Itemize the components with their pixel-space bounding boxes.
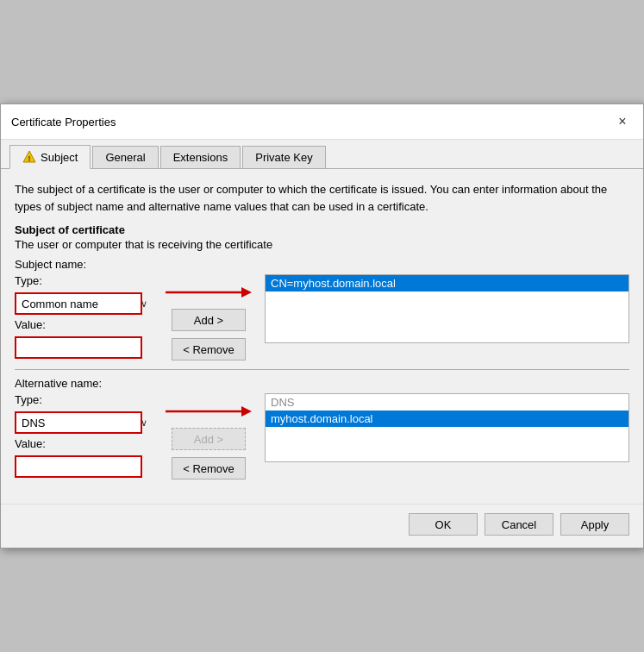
tab-private-key[interactable]: Private Key — [242, 146, 325, 168]
close-button[interactable]: × — [612, 111, 633, 132]
bottom-buttons: OK Cancel Apply — [1, 504, 643, 548]
alt-arrow-row — [161, 402, 256, 421]
alt-right-panel: DNS myhost.domain.local — [265, 393, 629, 462]
certificate-properties-dialog: Certificate Properties × ! Subject Gener… — [0, 103, 644, 549]
description-text: The subject of a certificate is the user… — [15, 181, 629, 215]
alt-name-row: Type: DNS Email UPN URL IP address Value… — [15, 393, 629, 480]
ok-button[interactable]: OK — [409, 513, 478, 536]
alt-list-box[interactable]: DNS myhost.domain.local — [265, 393, 629, 462]
tab-private-key-label: Private Key — [255, 151, 312, 164]
subject-remove-button[interactable]: < Remove — [172, 338, 246, 360]
alt-type-select-wrapper: DNS Email UPN URL IP address — [15, 411, 153, 434]
subject-value-input[interactable] — [15, 336, 142, 359]
subject-type-select[interactable]: Common name Organization Organizational … — [15, 292, 142, 315]
subject-value-label: Value: — [15, 318, 153, 331]
subject-arrow-row — [161, 283, 256, 302]
tab-subject-label: Subject — [41, 151, 78, 164]
tab-extensions-label: Extensions — [173, 151, 228, 164]
cancel-button[interactable]: Cancel — [485, 513, 553, 536]
alt-type-label: Type: — [15, 393, 153, 406]
subject-of-cert-label: Subject of certificate — [15, 223, 629, 236]
subject-arrow-icon — [166, 283, 252, 302]
alt-add-button[interactable]: Add > — [172, 428, 246, 450]
subject-add-button[interactable]: Add > — [172, 309, 246, 331]
subject-list-item[interactable]: CN=myhost.domain.local — [266, 275, 628, 292]
warning-icon: ! — [22, 150, 36, 164]
alt-value-input[interactable] — [15, 455, 142, 478]
subject-middle-panel: Add > < Remove — [161, 274, 256, 360]
tab-bar: ! Subject General Extensions Private Key — [1, 140, 643, 169]
alt-middle-panel: Add > < Remove — [161, 393, 256, 480]
alt-name-label: Alternative name: — [15, 377, 629, 390]
subject-left-panel: Type: Common name Organization Organizat… — [15, 274, 153, 359]
subject-of-cert-sub: The user or computer that is receiving t… — [15, 238, 629, 251]
alt-arrow-icon — [166, 402, 252, 421]
content-area: The subject of a certificate is the user… — [1, 169, 643, 500]
alt-name-section: Alternative name: Type: DNS Email UPN UR… — [15, 377, 629, 480]
tab-subject[interactable]: ! Subject — [9, 145, 91, 169]
alt-remove-button[interactable]: < Remove — [172, 457, 246, 480]
subject-name-label: Subject name: — [15, 258, 629, 271]
subject-right-panel: CN=myhost.domain.local — [265, 274, 629, 343]
tab-extensions[interactable]: Extensions — [160, 146, 241, 168]
svg-marker-3 — [241, 287, 252, 298]
subject-type-label: Type: — [15, 274, 153, 287]
svg-text:!: ! — [28, 154, 31, 163]
svg-marker-5 — [241, 406, 252, 417]
subject-name-section: Subject name: Type: Common name Organiza… — [15, 258, 629, 360]
subject-name-row: Type: Common name Organization Organizat… — [15, 274, 629, 360]
subject-list-box[interactable]: CN=myhost.domain.local — [265, 274, 629, 343]
alt-type-select[interactable]: DNS Email UPN URL IP address — [15, 411, 142, 434]
subject-type-select-wrapper: Common name Organization Organizational … — [15, 292, 153, 315]
alt-value-label: Value: — [15, 437, 153, 450]
apply-button[interactable]: Apply — [560, 513, 629, 536]
dialog-title: Certificate Properties — [11, 116, 116, 129]
alt-left-panel: Type: DNS Email UPN URL IP address Value… — [15, 393, 153, 478]
alt-list-item-domain[interactable]: myhost.domain.local — [266, 411, 628, 427]
tab-general-label: General — [105, 151, 145, 164]
tab-general[interactable]: General — [92, 146, 158, 168]
title-bar: Certificate Properties × — [1, 104, 643, 140]
alt-list-item-dns-label[interactable]: DNS — [266, 394, 628, 411]
section-divider — [15, 369, 629, 370]
